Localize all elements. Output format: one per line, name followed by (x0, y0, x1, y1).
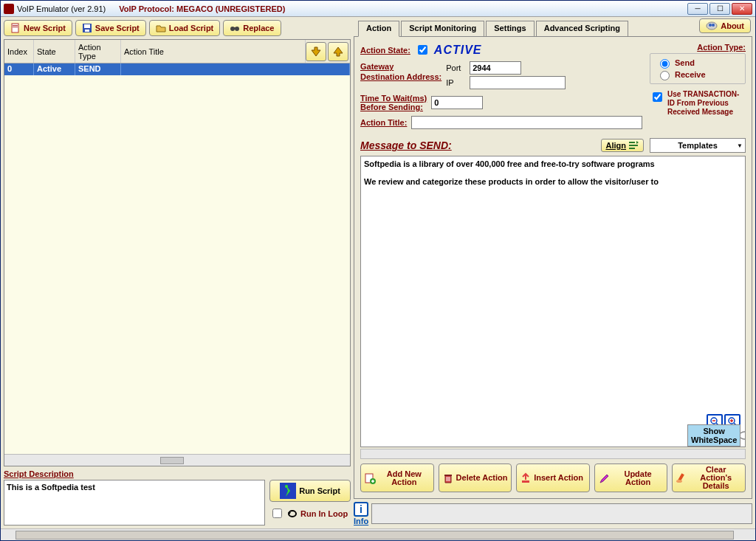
action-title-input[interactable] (411, 116, 642, 129)
svg-rect-23 (522, 480, 529, 483)
script-description-label: Script Description (4, 469, 351, 478)
minimize-button[interactable]: ─ (687, 3, 708, 15)
save-icon (82, 23, 92, 33)
table-body[interactable]: 0 Active SEND (4, 63, 350, 454)
script-description-input[interactable]: This is a Softpedia test (4, 480, 265, 526)
delete-action-button[interactable]: Delete Action (439, 464, 512, 492)
info-icon: i (354, 502, 368, 517)
move-up-button[interactable] (328, 42, 348, 61)
message-label: Message to SEND: (360, 139, 452, 151)
add-icon (364, 472, 376, 484)
run-icon (280, 483, 296, 499)
about-button[interactable]: About (699, 18, 751, 33)
align-button[interactable]: Align (601, 139, 645, 152)
svg-rect-4 (84, 24, 90, 28)
svg-rect-0 (12, 24, 18, 32)
left-pane: New Script Save Script Load Script Repla… (1, 17, 354, 528)
about-icon (706, 21, 718, 31)
window-hscrollbar[interactable] (1, 528, 755, 540)
load-icon (156, 23, 166, 33)
message-textarea[interactable]: Softpedia is a library of over 400,000 f… (360, 156, 746, 447)
script-table: Index State Action Type Action Title 0 A… (4, 39, 351, 466)
update-icon (598, 472, 610, 484)
svg-point-25 (676, 480, 682, 483)
update-action-button[interactable]: Update Action (594, 464, 668, 492)
main-window: VoIP Emulator (ver 2.91) VoIP Protocol: … (0, 0, 756, 541)
wait-input[interactable] (431, 96, 483, 109)
templates-dropdown[interactable]: Templates (650, 138, 746, 153)
svg-rect-8 (234, 27, 236, 29)
run-in-loop-checkbox[interactable]: Run In Loop (269, 506, 351, 520)
action-state-checkbox[interactable] (418, 45, 427, 55)
clear-action-button[interactable]: Clear Action's Details (672, 464, 746, 492)
protocol-label: VoIP Protocol: MEGACO (UNREGISTERED) (119, 4, 285, 13)
ip-input[interactable] (470, 76, 566, 89)
action-panel: Action State: ACTIVE GatewayDestination … (354, 36, 752, 499)
action-state-label: Action State: (360, 46, 410, 55)
align-icon (628, 141, 639, 150)
col-index[interactable]: Index (4, 40, 34, 63)
clear-icon (676, 472, 687, 484)
action-state-value: ACTIVE (434, 44, 482, 57)
move-down-button[interactable] (306, 42, 326, 61)
tab-strip: Action Script Monitoring Settings Advanc… (358, 20, 752, 36)
wait-label: Time To Wait(ms)Before Sending: (360, 94, 427, 111)
info-bar: i Info (354, 502, 752, 526)
col-action-type[interactable]: Action Type (75, 40, 121, 63)
table-hscrollbar[interactable] (4, 454, 350, 466)
radio-receive[interactable]: Receive (656, 69, 739, 80)
table-row[interactable]: 0 Active SEND (4, 63, 350, 75)
tab-advanced[interactable]: Advanced Scripting (536, 21, 628, 37)
svg-point-10 (285, 485, 288, 488)
action-type-group: Send Receive (650, 53, 746, 84)
use-tid-label: Use TRANSACTION-ID From Previous Receive… (667, 90, 746, 117)
gateway-label: GatewayDestination Address: (360, 61, 441, 82)
insert-action-button[interactable]: Insert Action (516, 464, 590, 492)
svg-rect-1 (13, 25, 18, 26)
radio-send[interactable]: Send (656, 57, 739, 69)
action-title-label: Action Title: (360, 118, 407, 127)
tab-settings[interactable]: Settings (486, 21, 534, 37)
right-pane: About Action Script Monitoring Settings … (354, 17, 755, 528)
load-script-button[interactable]: Load Script (149, 20, 221, 36)
tab-monitoring[interactable]: Script Monitoring (401, 21, 484, 37)
port-label: Port (446, 63, 465, 72)
toolbar: New Script Save Script Load Script Repla… (4, 20, 351, 36)
col-state[interactable]: State (34, 40, 75, 63)
port-input[interactable] (470, 61, 521, 75)
svg-rect-2 (13, 27, 18, 27)
use-tid-checkbox[interactable] (653, 92, 662, 102)
new-script-button[interactable]: New Script (4, 20, 72, 36)
close-button[interactable]: ✕ (732, 3, 752, 15)
action-type-label: Action Type: (697, 43, 746, 52)
replace-button[interactable]: Replace (223, 20, 281, 36)
new-icon (10, 23, 21, 33)
loop-icon (286, 509, 298, 519)
binoculars-icon (230, 23, 240, 33)
ip-label: IP (446, 78, 465, 87)
maximize-button[interactable]: ☐ (709, 3, 730, 15)
titlebar: VoIP Emulator (ver 2.91) VoIP Protocol: … (1, 1, 755, 17)
run-loop-check[interactable] (272, 509, 282, 518)
whitespace-icon (738, 430, 746, 441)
svg-point-11 (707, 22, 717, 30)
add-new-action-button[interactable]: Add New Action (360, 464, 434, 492)
save-script-button[interactable]: Save Script (75, 20, 146, 36)
insert-icon (520, 472, 532, 484)
table-header: Index State Action Type Action Title (4, 40, 350, 63)
col-action-title[interactable]: Action Title (121, 40, 306, 63)
show-whitespace-button[interactable]: Show WhiteSpace (687, 424, 740, 447)
message-hscrollbar[interactable] (360, 449, 746, 459)
svg-rect-5 (85, 30, 89, 32)
info-box (371, 503, 752, 524)
svg-point-13 (712, 24, 715, 27)
script-description-section: Script Description This is a Softpedia t… (4, 469, 351, 526)
run-script-button[interactable]: Run Script (269, 480, 351, 502)
tab-action[interactable]: Action (358, 21, 399, 37)
app-icon (4, 4, 14, 14)
svg-point-12 (709, 24, 712, 27)
delete-icon (442, 472, 454, 484)
action-buttons: Add New Action Delete Action Insert Acti… (360, 464, 746, 492)
window-title: VoIP Emulator (ver 2.91) (17, 4, 106, 13)
info-label: Info (354, 517, 368, 526)
